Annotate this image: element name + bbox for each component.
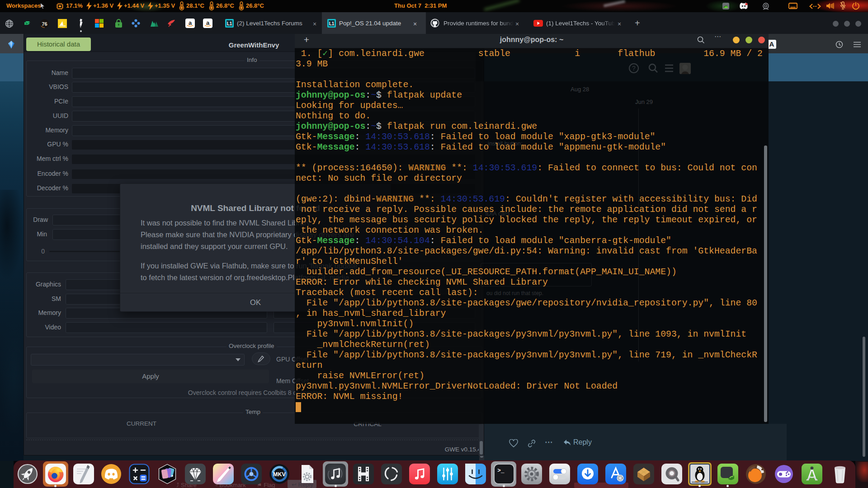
- svg-text:a: a: [189, 19, 192, 26]
- svg-text:76: 76: [42, 21, 47, 27]
- svg-text:a: a: [206, 19, 210, 26]
- svg-text:MKV: MKV: [273, 471, 286, 478]
- svg-text:>_: >_: [497, 468, 505, 474]
- svg-text:L1: L1: [329, 21, 335, 26]
- svg-text:L1: L1: [227, 21, 232, 26]
